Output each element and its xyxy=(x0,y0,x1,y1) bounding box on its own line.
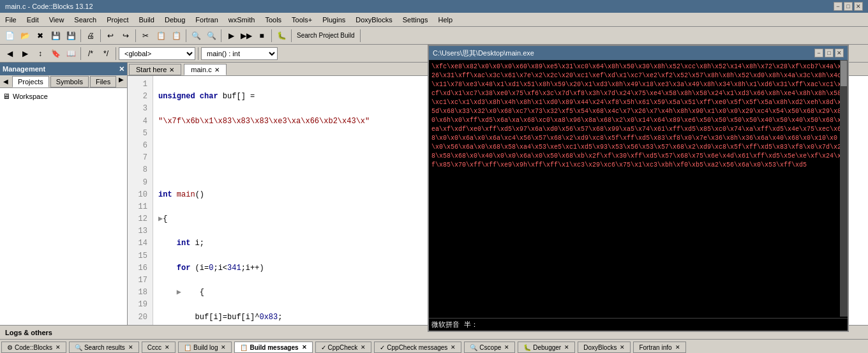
tab-symbols[interactable]: Symbols xyxy=(50,76,89,87)
menu-bar: File Edit View Search Project Build Debu… xyxy=(0,13,868,27)
menu-toolsplus[interactable]: Tools+ xyxy=(287,15,317,25)
management-header: Management ✕ xyxy=(0,63,127,75)
menu-edit[interactable]: Edit xyxy=(22,15,44,25)
cut-button[interactable]: ✂ xyxy=(138,29,153,43)
terminal-content[interactable]: \xfc\xe8\x82\x0\x0\x0\x60\x89\xe5\x31\xc… xyxy=(429,60,848,318)
management-label: Management xyxy=(3,65,45,73)
paste-button[interactable]: 📋 xyxy=(169,29,183,43)
find-button[interactable]: 🔍 xyxy=(189,29,203,43)
tab-main-c-close[interactable]: ✕ xyxy=(214,66,220,73)
menu-help[interactable]: Help xyxy=(433,15,458,25)
minimize-button[interactable]: − xyxy=(834,2,842,11)
menu-project[interactable]: Project xyxy=(101,15,133,25)
menu-debug[interactable]: Debug xyxy=(160,15,190,25)
sep4 xyxy=(186,29,186,42)
bottom-tab-fortran-info[interactable]: Fortran info ✕ xyxy=(633,342,685,353)
close-button[interactable]: ✕ xyxy=(854,2,863,11)
bottom-tab-fortran-info-close[interactable]: ✕ xyxy=(675,344,680,350)
bottom-tab-debugger[interactable]: 🐛 Debugger ✕ xyxy=(518,342,575,353)
tab-start-here[interactable]: Start here ✕ xyxy=(129,64,181,75)
menu-settings[interactable]: Settings xyxy=(398,15,433,25)
panel-nav-right[interactable]: ▶ xyxy=(117,75,126,87)
terminal-scroll-thumb[interactable] xyxy=(841,61,847,86)
bottom-tab-cccc-close[interactable]: ✕ xyxy=(165,344,170,350)
replace-button[interactable]: 🔍 xyxy=(204,29,218,43)
bottom-tab-search-results[interactable]: 🔍 Search results ✕ xyxy=(69,342,139,353)
terminal-scrollbar[interactable] xyxy=(840,60,848,317)
sep11 xyxy=(198,47,198,60)
bottom-tab-build-messages-close[interactable]: ✕ xyxy=(302,344,307,350)
sep3 xyxy=(135,29,136,42)
debug-button[interactable]: 🐛 xyxy=(274,29,288,43)
left-panel: Management ✕ ◀ Projects Symbols Files ▶ … xyxy=(0,63,128,325)
build-log-icon: 📋 xyxy=(184,344,191,351)
function-dropdown[interactable]: main() : int xyxy=(201,47,278,60)
stop-button[interactable]: ■ xyxy=(255,29,269,43)
terminal-minimize-button[interactable]: − xyxy=(814,49,823,57)
bottom-tab-cppcheck[interactable]: ✓ CppCheck ✕ xyxy=(315,342,372,353)
bottom-tab-search-results-close[interactable]: ✕ xyxy=(128,344,133,350)
sep6 xyxy=(271,29,272,42)
copy-button[interactable]: 📋 xyxy=(154,29,168,43)
bottom-tab-doxyblocks[interactable]: DoxyBlocks ✕ xyxy=(578,342,631,353)
bottom-tab-cppcheck-messages[interactable]: ✓ CppCheck messages ✕ xyxy=(374,342,461,353)
menu-wxsmith[interactable]: wxSmith xyxy=(223,15,260,25)
menu-tools[interactable]: Tools xyxy=(260,15,287,25)
line-num: 9 xyxy=(133,177,147,189)
maximize-button[interactable]: □ xyxy=(844,2,853,11)
bottom-tab-cppcheck-close[interactable]: ✕ xyxy=(361,344,366,350)
title-bar: main.c - Code::Blocks 13.12 − □ ✕ xyxy=(0,0,868,13)
bottom-tab-build-messages[interactable]: 📋 Build messages ✕ xyxy=(234,342,312,353)
print-button[interactable]: 🖨 xyxy=(84,29,98,43)
bookmark-next[interactable]: 📖 xyxy=(64,47,78,61)
open-button[interactable]: 📂 xyxy=(18,29,32,43)
menu-file[interactable]: File xyxy=(0,15,22,25)
comment-button[interactable]: /* xyxy=(84,47,98,61)
toolbar-main: 📄 📂 ✖ 💾 💾 🖨 ↩ ↪ ✂ 📋 📋 🔍 🔍 ▶ ▶▶ ■ 🐛 Searc… xyxy=(0,27,868,45)
panel-nav-left[interactable]: ◀ xyxy=(1,77,10,86)
bottom-tab-cccc[interactable]: Cccc ✕ xyxy=(142,342,176,353)
terminal-maximize-button[interactable]: □ xyxy=(825,49,834,57)
bottom-tab-codeblocks-close[interactable]: ✕ xyxy=(56,344,61,350)
menu-fortran[interactable]: Fortran xyxy=(190,15,223,25)
uncomment-button[interactable]: */ xyxy=(99,47,113,61)
terminal-close-button[interactable]: ✕ xyxy=(835,49,844,57)
bottom-tab-build-log[interactable]: 📋 Build log ✕ xyxy=(178,342,232,353)
save-button[interactable]: 💾 xyxy=(49,29,63,43)
panel-tabs: ◀ Projects Symbols Files ▶ xyxy=(0,75,127,88)
menu-search[interactable]: Search xyxy=(69,15,101,25)
bottom-tab-doxyblocks-label: DoxyBlocks xyxy=(583,344,617,351)
new-button[interactable]: 📄 xyxy=(3,29,17,43)
bottom-tab-doxyblocks-close[interactable]: ✕ xyxy=(620,344,625,350)
workspace-item[interactable]: 🖥 Workspace xyxy=(3,91,124,102)
tab-main-c[interactable]: main.c ✕ xyxy=(184,64,226,75)
undo-button[interactable]: ↩ xyxy=(103,29,117,43)
bottom-tab-debugger-close[interactable]: ✕ xyxy=(564,344,569,350)
menu-view[interactable]: View xyxy=(44,15,70,25)
line-num: 10 xyxy=(133,189,147,201)
redo-button[interactable]: ↪ xyxy=(119,29,133,43)
menu-plugins[interactable]: Plugins xyxy=(317,15,350,25)
management-close-button[interactable]: ✕ xyxy=(119,65,124,73)
bottom-tab-codeblocks[interactable]: ⚙ Code::Blocks ✕ xyxy=(1,342,66,353)
bookmark-prev[interactable]: 🔖 xyxy=(49,47,63,61)
bottom-tab-build-log-close[interactable]: ✕ xyxy=(221,344,226,350)
close-file-button[interactable]: ✖ xyxy=(33,29,47,43)
tab-start-here-close[interactable]: ✕ xyxy=(169,66,174,73)
run-button[interactable]: ▶▶ xyxy=(239,29,253,43)
next-button[interactable]: ▶ xyxy=(18,47,32,61)
tab-files[interactable]: Files xyxy=(90,76,116,87)
line-num: 19 xyxy=(133,299,147,311)
bottom-tab-cscope[interactable]: 🔍 Cscope ✕ xyxy=(464,342,515,353)
menu-doxyblocks[interactable]: DoxyBlocks xyxy=(350,15,397,25)
menu-build[interactable]: Build xyxy=(133,15,159,25)
prev-button[interactable]: ◀ xyxy=(3,47,17,61)
tab-projects[interactable]: Projects xyxy=(12,76,49,87)
build-run-button[interactable]: ▶ xyxy=(224,29,238,43)
scope-dropdown[interactable]: <global> xyxy=(119,47,195,60)
sep9 xyxy=(80,47,81,60)
bottom-tab-cscope-close[interactable]: ✕ xyxy=(504,344,509,350)
jump-button[interactable]: ↕ xyxy=(33,47,47,61)
save-all-button[interactable]: 💾 xyxy=(64,29,78,43)
bottom-tab-cppcheck-messages-close[interactable]: ✕ xyxy=(451,344,456,350)
